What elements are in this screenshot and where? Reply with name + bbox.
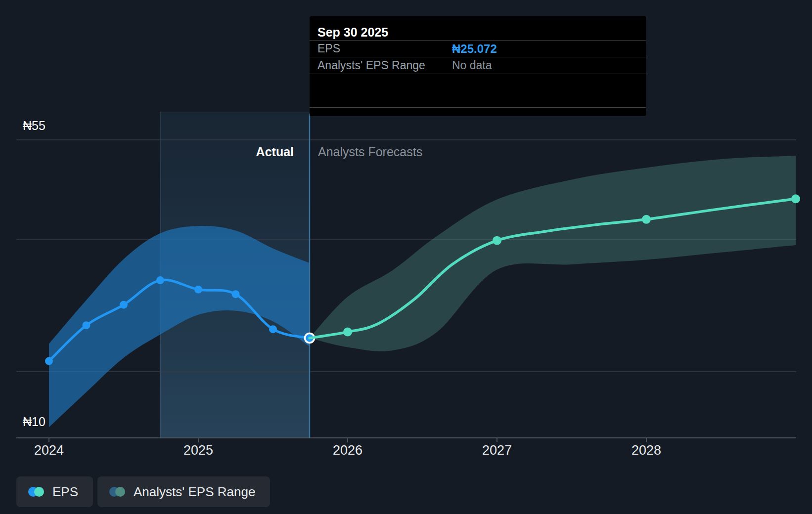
actual-phase-label: Actual (256, 145, 302, 159)
legend-item-eps[interactable]: EPS (16, 476, 93, 507)
y-axis-label-min: ₦10 (23, 415, 45, 429)
x-axis-label-2028: 2028 (632, 443, 661, 458)
tooltip-range-label: Analysts' EPS Range (317, 59, 452, 72)
tooltip-spacer (310, 74, 646, 108)
data-point[interactable] (120, 301, 128, 309)
x-axis-label-2024: 2024 (34, 443, 64, 458)
x-axis-label-2027: 2027 (482, 443, 512, 458)
legend-item-eps-label: EPS (52, 484, 78, 500)
data-point[interactable] (791, 194, 800, 203)
x-axis-label-2025: 2025 (183, 443, 213, 458)
y-axis-label-max: ₦55 (23, 119, 45, 133)
chart-tooltip: Sep 30 2025 EPS ₦25.072 Analysts' EPS Ra… (310, 16, 646, 116)
eps-forecast-chart-page: ₦55 ₦10 2024 2025 2026 2027 2028 Actual … (0, 0, 812, 514)
chart-legend: EPS Analysts' EPS Range (16, 476, 270, 507)
eps-legend-dots-icon (28, 487, 44, 497)
data-point[interactable] (269, 325, 277, 333)
forecast-phase-label: Analysts Forecasts (318, 145, 422, 159)
data-point[interactable] (642, 215, 651, 224)
eps-teal-dot-icon (34, 487, 44, 497)
x-axis-label-2026: 2026 (333, 443, 362, 458)
tooltip-eps-row: EPS ₦25.072 (310, 41, 646, 57)
data-point[interactable] (493, 236, 501, 245)
data-point[interactable] (343, 328, 352, 337)
range-legend-dots-icon (109, 487, 125, 497)
data-point[interactable] (156, 276, 164, 284)
range-teal-dot-icon (115, 487, 125, 497)
data-point[interactable] (232, 290, 240, 298)
data-point[interactable] (45, 357, 53, 365)
legend-item-range-label: Analysts' EPS Range (134, 484, 255, 500)
tooltip-date-title: Sep 30 2025 (310, 16, 646, 41)
data-point[interactable] (83, 321, 90, 329)
tooltip-eps-value: ₦25.072 (452, 42, 638, 56)
tooltip-range-row: Analysts' EPS Range No data (310, 57, 646, 74)
tooltip-eps-label: EPS (317, 42, 452, 55)
tooltip-range-value: No data (452, 59, 638, 72)
legend-item-analysts-eps-range[interactable]: Analysts' EPS Range (97, 476, 270, 507)
data-point[interactable] (194, 286, 202, 294)
